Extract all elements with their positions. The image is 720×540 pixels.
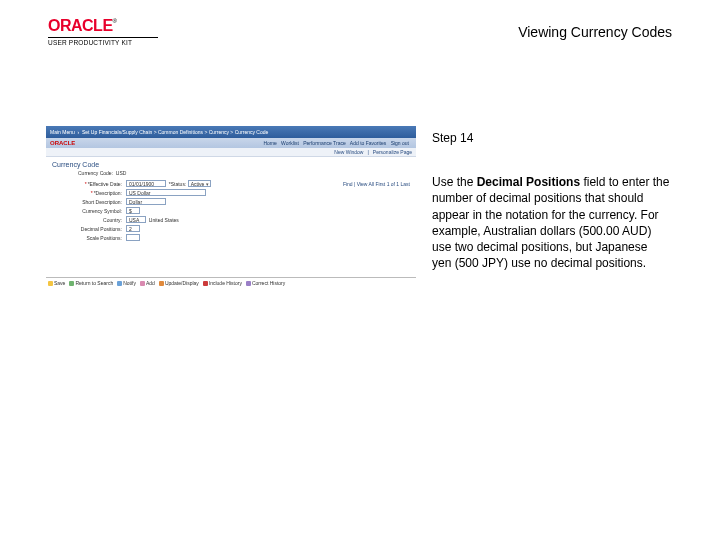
- slide-header: ORACLE® USER PRODUCTIVITY KIT Viewing Cu…: [48, 18, 672, 46]
- instruction-post: field to enter the number of decimal pos…: [432, 175, 669, 270]
- update-display-button[interactable]: Update/Display: [159, 280, 199, 286]
- instruction-pre: Use the: [432, 175, 477, 189]
- brand-text: ORACLE: [48, 17, 113, 34]
- notify-button[interactable]: Notify: [117, 280, 136, 286]
- step-label: Step 14: [432, 130, 670, 146]
- scale-positions-field[interactable]: [126, 234, 140, 241]
- brand-block: ORACLE® USER PRODUCTIVITY KIT: [48, 18, 158, 46]
- topbar-left: Main Menu › Set Up Financials/Supply Cha…: [50, 129, 268, 135]
- decimal-label: Decimal Positions:: [52, 226, 122, 232]
- small-oracle-logo: ORACLE: [50, 140, 75, 146]
- country-label: Country:: [52, 217, 122, 223]
- status-label: *Status:: [169, 181, 187, 187]
- row-country: Country: USA United States: [46, 215, 416, 224]
- oracle-logo: ORACLE®: [48, 18, 158, 34]
- symbol-field[interactable]: $: [126, 207, 140, 214]
- signout-link[interactable]: Sign out: [391, 140, 409, 146]
- personalize-link[interactable]: Personalize Page: [373, 149, 412, 155]
- new-window-link[interactable]: New Window: [334, 149, 363, 155]
- symbol-label: Currency Symbol:: [52, 208, 122, 214]
- update-icon: [159, 281, 164, 286]
- status-select[interactable]: Active▾: [188, 180, 212, 187]
- code-label: Currency Code:: [78, 170, 113, 176]
- add-icon: [140, 281, 145, 286]
- code-line: Currency Code: USD: [46, 170, 416, 179]
- return-search-button[interactable]: Return to Search: [69, 280, 113, 286]
- chevron-down-icon: ▾: [206, 181, 209, 187]
- effective-date-label: *Effective Date:: [88, 181, 122, 187]
- row-symbol: Currency Symbol: $: [46, 206, 416, 215]
- product-line: USER PRODUCTIVITY KIT: [48, 39, 158, 46]
- description-label: *Description:: [94, 190, 122, 196]
- brand-rule: [48, 37, 158, 38]
- page-toolbar: New Window | Personalize Page: [46, 148, 416, 157]
- action-bar: Save Return to Search Notify Add Update/…: [46, 277, 416, 288]
- topbar-links: Home Worklist Performance Trace Add to F…: [263, 140, 412, 146]
- app-subbar: ORACLE Home Worklist Performance Trace A…: [46, 138, 416, 148]
- home-link[interactable]: Home: [263, 140, 276, 146]
- save-button[interactable]: Save: [48, 280, 65, 286]
- scale-label: Scale Positions:: [52, 235, 122, 241]
- instruction-column: Step 14 Use the Decimal Positions field …: [432, 130, 670, 271]
- code-value: USD: [116, 170, 127, 176]
- add-fav-link[interactable]: Add to Favorites: [350, 140, 386, 146]
- return-icon: [69, 281, 74, 286]
- row-description: **Description: US Dollar: [46, 188, 416, 197]
- add-button[interactable]: Add: [140, 280, 155, 286]
- page-title: Viewing Currency Codes: [518, 24, 672, 40]
- row-short-desc: Short Description: Dollar: [46, 197, 416, 206]
- include-history-button[interactable]: Include History: [203, 280, 242, 286]
- short-desc-field[interactable]: Dollar: [126, 198, 166, 205]
- correct-history-button[interactable]: Correct History: [246, 280, 285, 286]
- country-name: United States: [149, 217, 179, 223]
- app-topbar: Main Menu › Set Up Financials/Supply Cha…: [46, 126, 416, 138]
- main-menu-label[interactable]: Main Menu: [50, 129, 75, 135]
- description-field[interactable]: US Dollar: [126, 189, 206, 196]
- country-code-field[interactable]: USA: [126, 216, 146, 223]
- save-icon: [48, 281, 53, 286]
- correct-icon: [246, 281, 251, 286]
- row-effective-date: **Effective Date: 01/01/1900 *Status: Ac…: [46, 179, 416, 188]
- worklist-link[interactable]: Worklist: [281, 140, 299, 146]
- perf-trace-link[interactable]: Performance Trace: [303, 140, 346, 146]
- instruction-text: Use the Decimal Positions field to enter…: [432, 174, 670, 271]
- row-scale: Scale Positions:: [46, 233, 416, 242]
- find-row-text[interactable]: Find | View All First 1 of 1 Last: [343, 181, 410, 187]
- trademark-symbol: ®: [113, 18, 117, 24]
- row-decimal: Decimal Positions: 2: [46, 224, 416, 233]
- short-desc-label: Short Description:: [52, 199, 122, 205]
- notify-icon: [117, 281, 122, 286]
- effective-date-field[interactable]: 01/01/1900: [126, 180, 166, 187]
- history-icon: [203, 281, 208, 286]
- instruction-bold: Decimal Positions: [477, 175, 580, 189]
- breadcrumb: Set Up Financials/Supply Chain > Common …: [82, 129, 268, 135]
- decimal-positions-field[interactable]: 2: [126, 225, 140, 232]
- form-title: Currency Code: [46, 157, 416, 170]
- embedded-screenshot: Main Menu › Set Up Financials/Supply Cha…: [46, 126, 416, 288]
